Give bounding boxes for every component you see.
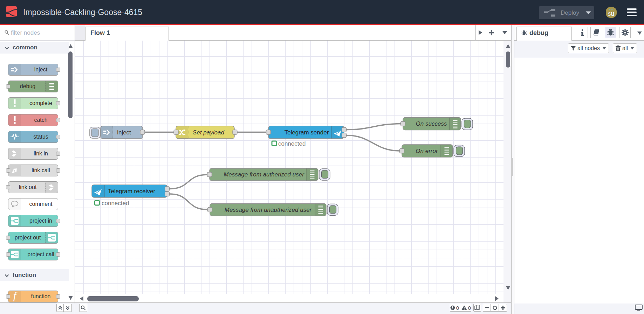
svg-text:Telegram receiver: Telegram receiver [108, 188, 155, 195]
svg-text:inject: inject [117, 129, 131, 136]
svg-text:Telegram sender: Telegram sender [285, 129, 329, 136]
svg-text:connected: connected [278, 140, 306, 147]
svg-text:Message from unautherized user: Message from unautherized user [225, 207, 312, 213]
svg-text:f: f [13, 292, 17, 301]
svg-text:connected: connected [102, 200, 129, 207]
svg-text:Set payload: Set payload [193, 129, 224, 136]
svg-text:On error: On error [416, 148, 438, 154]
svg-text:On success: On success [416, 120, 447, 127]
svg-text:Message from autherized user: Message from autherized user [224, 171, 304, 178]
